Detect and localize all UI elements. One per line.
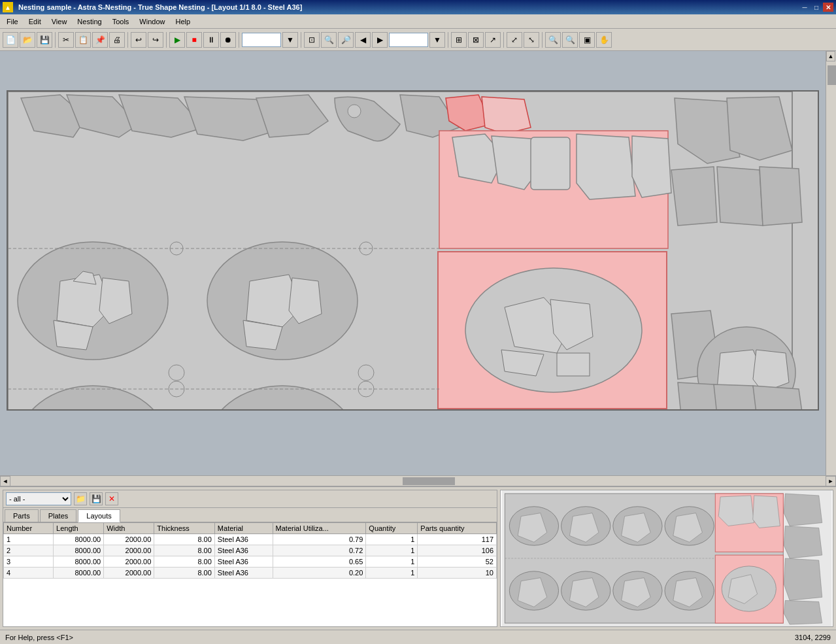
zoom-in-button[interactable]: 🔍 [321,32,337,48]
window-button[interactable]: ▣ [579,32,595,48]
col-thickness: Thickness [154,523,215,534]
stop-button[interactable]: ■ [186,32,202,48]
vertical-scrollbar[interactable]: ▲ [826,51,836,475]
menu-help[interactable]: Help [170,16,195,27]
table-body: 18000.002000.008.00Steel A360.7911172800… [4,534,497,579]
bottom-panel: - all - 📁 💾 ✕ Parts Plates Layouts Numbe… [0,486,836,630]
toolbar: 📄 📂 💾 ✂ 📋 📌 🖨 ↩ ↪ ▶ ■ ⏸ ⏺ 20.0 ▼ ⊡ 🔍 🔎 ◀… [0,29,836,51]
scroll-thumb[interactable] [828,65,836,85]
snap-button[interactable]: ⊠ [468,32,484,48]
title-buttons[interactable]: ─ □ ✕ [799,3,833,12]
svg-marker-71 [784,494,822,526]
col-width: Width [104,523,154,534]
table-row[interactable]: 18000.002000.008.00Steel A360.791117 [4,534,497,545]
save-button[interactable]: 💾 [37,32,52,48]
zoom-input-1[interactable]: 20.0 [242,33,281,47]
table-container[interactable]: Number Length Width Thickness Material M… [3,522,497,626]
col-utilization: Material Utiliza... [273,523,366,534]
svg-rect-13 [531,137,570,190]
svg-marker-15 [632,136,671,197]
hscroll-track[interactable] [10,477,826,486]
menu-view[interactable]: View [46,16,73,27]
minimize-button[interactable]: ─ [799,3,810,12]
status-left: For Help, press <F1> [5,634,73,641]
filter-dropdown[interactable]: - all - [6,492,71,505]
zoom-dropdown-1[interactable]: ▼ [282,32,298,48]
table-section: - all - 📁 💾 ✕ Parts Plates Layouts Numbe… [3,490,497,627]
preview-section [500,490,833,627]
tab-parts[interactable]: Parts [5,509,39,522]
table-row[interactable]: 38000.002000.008.00Steel A360.65152 [4,556,497,568]
zoom-fit-button[interactable]: ⊡ [304,32,320,48]
magnify-out-button[interactable]: 🔍 [562,32,578,48]
filter-btn-delete[interactable]: ✕ [105,492,118,505]
svg-marker-53 [714,384,760,411]
tab-layouts[interactable]: Layouts [78,509,120,522]
undo-button[interactable]: ↩ [131,32,146,48]
scroll-left-button[interactable]: ◄ [0,476,10,486]
sep5 [301,32,301,48]
pan-button[interactable]: ✋ [596,32,612,48]
zoom-prev-button[interactable]: ◀ [355,32,371,48]
menu-tools[interactable]: Tools [107,16,135,27]
zoom-dropdown-2[interactable]: ▼ [429,32,445,48]
svg-marker-70 [753,496,780,528]
open-button[interactable]: 📂 [20,32,35,48]
svg-marker-19 [717,167,763,226]
menu-edit[interactable]: Edit [24,16,46,27]
title-left: ▲ Nesting sample - Astra S-Nesting - Tru… [3,2,302,12]
col-quantity: Quantity [366,523,418,534]
redo-button[interactable]: ↪ [148,32,163,48]
zoom-next-button[interactable]: ▶ [372,32,388,48]
preview-canvas [501,490,833,626]
sep6 [448,32,448,48]
sep2 [127,32,128,48]
svg-marker-69 [718,496,754,526]
svg-point-6 [348,105,361,118]
scroll-right-button[interactable]: ► [826,476,836,486]
record-button[interactable]: ⏺ [220,32,236,48]
svg-marker-18 [671,167,717,226]
maximize-button[interactable]: □ [811,3,822,12]
menu-file[interactable]: File [1,16,24,27]
zoom-input-2[interactable]: 30.0 [389,33,428,47]
tab-plates[interactable]: Plates [40,509,77,522]
canvas-area[interactable] [0,51,826,475]
tool3-button[interactable]: ⤡ [524,32,539,48]
cut-button[interactable]: ✂ [58,32,74,48]
pause-button[interactable]: ⏸ [203,32,219,48]
zoom-out-button[interactable]: 🔎 [338,32,354,48]
grid-button[interactable]: ⊞ [451,32,467,48]
status-bar: For Help, press <F1> 3104, 2299 [0,630,836,644]
col-number: Number [4,523,54,534]
play-button[interactable]: ▶ [169,32,185,48]
menu-window[interactable]: Window [134,16,170,27]
svg-marker-20 [760,167,802,226]
svg-marker-54 [753,386,802,411]
table-row[interactable]: 48000.002000.008.00Steel A360.20110 [4,568,497,579]
print-button[interactable]: 🖨 [109,32,125,48]
window-title: Nesting sample - Astra S-Nesting - True … [18,3,302,11]
tool2-button[interactable]: ⤢ [507,32,522,48]
filter-btn-1[interactable]: 📁 [74,492,87,505]
tool1-button[interactable]: ↗ [485,32,501,48]
magnify-button[interactable]: 🔍 [545,32,561,48]
copy-button[interactable]: 📋 [75,32,91,48]
sep4 [239,32,239,48]
menu-nesting[interactable]: Nesting [72,16,107,27]
close-button[interactable]: ✕ [823,3,833,12]
scroll-up-button[interactable]: ▲ [826,51,835,61]
hscroll-thumb[interactable] [403,477,455,485]
col-parts-qty: Parts quantity [418,523,497,534]
svg-marker-38 [501,350,544,376]
status-right: 3104, 2299 [795,634,831,641]
new-button[interactable]: 📄 [3,32,18,48]
sep7 [503,32,504,48]
paste-button[interactable]: 📌 [92,32,108,48]
horizontal-scrollbar[interactable]: ◄ ► [0,475,836,486]
svg-marker-14 [577,134,635,199]
svg-marker-9 [482,97,531,134]
sep1 [55,32,56,48]
filter-btn-2[interactable]: 💾 [90,492,103,505]
table-row[interactable]: 28000.002000.008.00Steel A360.721106 [4,545,497,556]
